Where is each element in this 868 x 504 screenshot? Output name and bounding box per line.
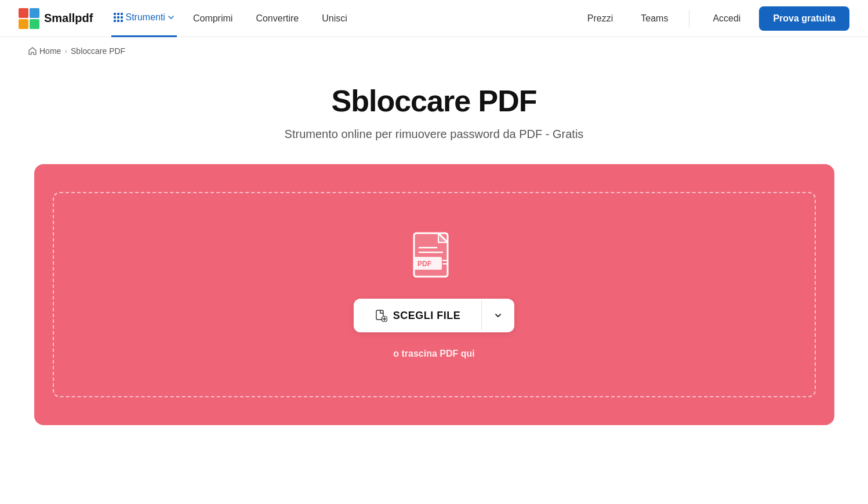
grid-icon [114,13,123,22]
drag-hint: o trascina PDF qui [393,349,474,359]
nav-link-prezzi[interactable]: Prezzi [576,0,624,37]
strumenti-menu[interactable]: Strumenti [111,0,176,37]
chevron-button[interactable] [481,300,514,331]
logo-text: Smallpdf [44,12,93,25]
main-content: Sbloccare PDF Strumento online per rimuo… [0,65,868,453]
dropzone[interactable]: PDF [34,164,834,425]
nav-links: Comprimi Convertire Unisci [181,0,576,37]
choose-file-label: SCEGLI FILE [393,310,461,322]
pdf-file-icon: PDF [411,230,457,282]
svg-text:PDF: PDF [417,260,431,268]
choose-file-button[interactable]: SCEGLI FILE [354,299,482,332]
navbar: Smallpdf Strumenti Comprimi Convertire U… [0,0,868,37]
page-title: Sbloccare PDF [28,84,840,118]
strumenti-label: Strumenti [125,12,165,23]
breadcrumb: Home › Sbloccare PDF [0,37,868,65]
breadcrumb-current: Sbloccare PDF [71,46,125,56]
accedi-button[interactable]: Accedi [699,8,754,30]
page-subtitle: Strumento online per rimuovere password … [28,128,840,141]
breadcrumb-separator: › [64,46,67,56]
chevron-down-icon [493,311,503,320]
nav-divider [689,9,689,28]
logo[interactable]: Smallpdf [19,8,93,29]
dropzone-inner: PDF [53,192,816,397]
chevron-down-icon [168,14,175,21]
nav-link-teams[interactable]: Teams [629,0,680,37]
choose-file-wrapper: SCEGLI FILE [354,299,515,332]
nav-link-unisci[interactable]: Unisci [310,0,359,37]
add-file-icon [375,309,387,322]
prova-gratuita-button[interactable]: Prova gratuita [759,6,849,31]
breadcrumb-home-label: Home [39,46,61,56]
nav-link-convertire[interactable]: Convertire [244,0,310,37]
breadcrumb-home[interactable]: Home [28,46,61,56]
home-icon [28,46,37,56]
nav-right: Prezzi Teams Accedi Prova gratuita [576,0,849,37]
nav-link-comprimi[interactable]: Comprimi [181,0,244,37]
logo-icon [19,8,39,29]
